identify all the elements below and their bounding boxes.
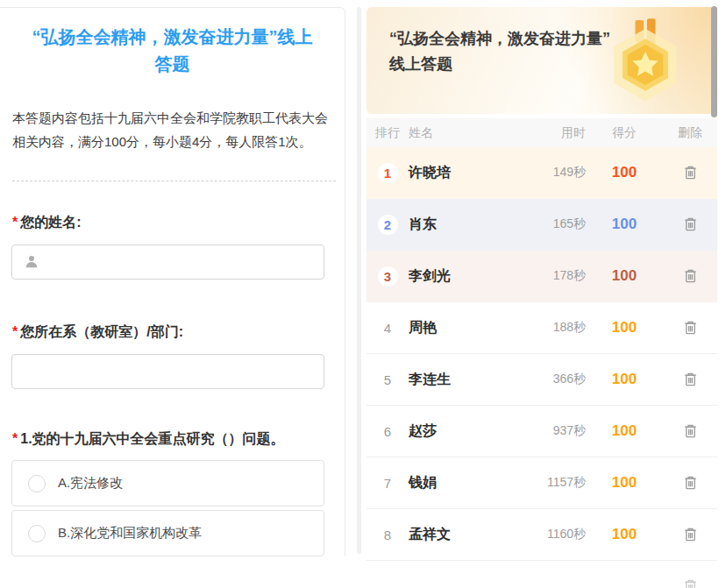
leaderboard-title: “弘扬全会精神，激发奋进力量”线上答题	[367, 7, 715, 77]
left-panel-scrollbar[interactable]	[357, 7, 361, 554]
trash-icon	[682, 577, 699, 588]
trash-icon	[682, 267, 699, 284]
trash-icon	[682, 526, 699, 542]
time-used: 178秒	[512, 268, 586, 284]
trash-icon	[682, 371, 699, 387]
score-value: 100	[586, 267, 663, 285]
score-value: 100	[586, 164, 663, 181]
player-name: 许晓培	[409, 164, 512, 182]
trash-icon	[682, 422, 699, 439]
name-input-wrap	[11, 244, 324, 280]
question-1-label: *1.党的十九届六中全会重点研究（）问题。	[0, 430, 345, 449]
header-rank: 排行	[367, 125, 409, 141]
header-delete: 删除	[663, 125, 717, 141]
radio-icon[interactable]	[28, 525, 46, 542]
dept-input[interactable]	[23, 365, 315, 379]
trash-icon	[682, 319, 699, 336]
header-time: 用时	[512, 125, 586, 141]
rank-number: 6	[384, 424, 391, 439]
delete-button[interactable]	[680, 472, 701, 492]
required-marker: *	[12, 431, 18, 446]
time-used: 1157秒	[512, 475, 586, 491]
leaderboard-row: 5 李连生 366秒 100	[367, 354, 717, 406]
trash-icon	[682, 216, 699, 232]
dept-field-label-text: 您所在系（教研室）/部门:	[20, 324, 183, 339]
delete-button[interactable]	[680, 266, 701, 286]
name-field-label-text: 您的姓名:	[20, 215, 81, 230]
radio-icon[interactable]	[28, 475, 46, 492]
leaderboard-row: 3 李剑光 178秒 100	[367, 251, 717, 302]
name-field-label: *您的姓名:	[0, 214, 345, 232]
time-used: 165秒	[512, 216, 586, 232]
option-a-label: A.宪法修改	[58, 475, 123, 492]
option-a[interactable]: A.宪法修改	[11, 460, 324, 507]
player-name: 钱娟	[409, 474, 512, 492]
dept-input-wrap	[11, 354, 324, 389]
leaderboard-header-card: “弘扬全会精神，激发奋进力量”线上答题	[367, 7, 715, 114]
rank-badge: 3	[378, 266, 398, 287]
required-marker: *	[12, 324, 18, 339]
delete-button[interactable]	[680, 317, 701, 337]
person-icon	[23, 253, 40, 271]
player-name: 孟祥文	[409, 526, 512, 544]
leaderboard-panel: “弘扬全会精神，激发奋进力量”线上答题 排行 姓名 用时 得分 删除 1 许晓培…	[367, 0, 717, 588]
rank-badge: 2	[378, 215, 398, 235]
score-value: 100	[586, 422, 663, 440]
header-score: 得分	[586, 125, 663, 141]
option-b-label: B.深化党和国家机构改革	[58, 525, 202, 542]
time-used: 1160秒	[512, 527, 586, 542]
delete-button[interactable]	[680, 369, 701, 389]
player-name: 肖东	[409, 216, 512, 234]
score-value: 100	[586, 216, 663, 233]
score-value: 100	[586, 474, 663, 492]
time-used: 188秒	[512, 320, 586, 336]
rank-number: 8	[384, 528, 391, 542]
player-name: 李剑光	[409, 267, 512, 286]
time-used: 937秒	[512, 423, 586, 439]
leaderboard-row: 1 许晓培 149秒 100	[367, 147, 717, 199]
leaderboard-row: 8 孟祥文 1160秒 100	[367, 509, 717, 561]
leaderboard-row: 6 赵莎 937秒 100	[367, 406, 717, 457]
form-description: 本答题内容包括十九届六中全会和学院教职工代表大会相关内容，满分100分，每小题4…	[0, 106, 345, 153]
delete-button[interactable]	[680, 214, 701, 234]
score-value: 100	[586, 526, 663, 543]
time-used: 149秒	[512, 165, 586, 181]
player-name: 周艳	[409, 319, 512, 337]
trash-icon	[682, 164, 699, 181]
trash-icon	[682, 474, 699, 491]
leaderboard-row: 4 周艳 188秒 100	[367, 302, 717, 354]
quiz-admin-page: { "required_marker": "*", "left_panel": …	[0, 0, 726, 588]
leaderboard-row-partial	[367, 561, 717, 588]
form-title: “弘扬全会精神，激发奋进力量”线上答题	[0, 24, 345, 78]
leaderboard-table-header: 排行 姓名 用时 得分 删除	[367, 118, 717, 147]
option-b[interactable]: B.深化党和国家机构改革	[11, 510, 324, 556]
header-name: 姓名	[409, 125, 512, 141]
dept-field-label: *您所在系（教研室）/部门:	[0, 323, 345, 342]
leaderboard-row: 7 钱娟 1157秒 100	[367, 457, 717, 509]
delete-button[interactable]	[680, 162, 701, 182]
time-used: 366秒	[512, 372, 586, 387]
player-name: 赵莎	[409, 422, 512, 441]
score-value: 100	[586, 319, 663, 337]
divider	[12, 181, 336, 181]
delete-button[interactable]	[680, 524, 701, 544]
name-input[interactable]	[47, 255, 315, 270]
quiz-form-card: “弘扬全会精神，激发奋进力量”线上答题 本答题内容包括十九届六中全会和学院教职工…	[0, 7, 345, 556]
rank-number: 5	[384, 372, 391, 387]
rank-number: 7	[384, 476, 391, 491]
rank-badge: 1	[378, 163, 398, 183]
delete-button[interactable]	[680, 421, 701, 441]
required-marker: *	[12, 215, 18, 230]
leaderboard-row: 2 肖东 165秒 100	[367, 199, 717, 251]
rank-number: 4	[384, 321, 391, 336]
score-value: 100	[586, 371, 663, 388]
delete-button[interactable]	[680, 576, 701, 588]
player-name: 李连生	[409, 371, 512, 389]
question-1-text: 1.党的十九届六中全会重点研究（）问题。	[20, 431, 284, 446]
